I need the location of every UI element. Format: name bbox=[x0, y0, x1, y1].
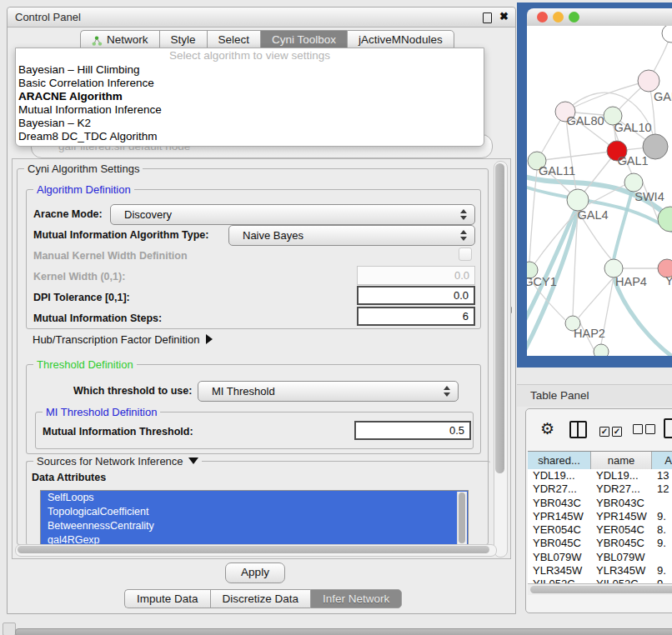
algorithm-option[interactable]: Dream8 DC_TDC Algorithm bbox=[16, 130, 484, 143]
table-cell: YDR27... bbox=[528, 482, 591, 496]
attribute-option[interactable]: TopologicalCoefficient bbox=[41, 505, 468, 519]
table-row[interactable]: YDR27...YDR27...12 bbox=[528, 482, 672, 496]
mi-threshold-title: MI Threshold Definition bbox=[43, 406, 160, 418]
table-toolbar: ⚙ ✓✓ bbox=[526, 409, 672, 449]
algorithm-option[interactable]: Bayesian – Hill Climbing bbox=[16, 63, 484, 77]
aracne-mode-select[interactable]: Discovery bbox=[110, 204, 475, 225]
gear-icon[interactable]: ⚙ bbox=[540, 419, 554, 438]
float-window-icon[interactable] bbox=[483, 12, 492, 23]
table-cell: YIL052C bbox=[591, 578, 652, 583]
attribute-option[interactable]: BetweennessCentrality bbox=[41, 519, 468, 533]
control-panel-title: Control Panel bbox=[15, 11, 81, 23]
zoom-traffic-light-icon[interactable] bbox=[569, 12, 579, 22]
list-scrollbar[interactable] bbox=[457, 492, 467, 545]
table-body: YDL19...YDL19...13YDR27...YDR27...12YBR0… bbox=[528, 469, 672, 583]
network-node-gal[interactable] bbox=[638, 70, 659, 92]
tab-select[interactable]: Select bbox=[207, 30, 261, 49]
tab-discretize-data[interactable]: Discretize Data bbox=[210, 589, 311, 608]
table-panel: ⚙ ✓✓ shared...nameA YDL19...YDL19...13YD… bbox=[525, 408, 672, 613]
network-window-titlebar[interactable] bbox=[527, 8, 672, 27]
tab-label: Style bbox=[171, 31, 196, 48]
close-traffic-light-icon[interactable] bbox=[537, 12, 548, 22]
algorithm-option[interactable]: Mutual Information Inference bbox=[16, 103, 484, 117]
bottom-left-icon[interactable] bbox=[3, 622, 16, 635]
node-label: Y bbox=[665, 274, 672, 288]
hub-definition-expander[interactable]: Hub/Transcription Factor Definition bbox=[33, 333, 213, 346]
table-row[interactable]: YBR043CYBR043C bbox=[528, 497, 672, 510]
algorithm-definition-group: Algorithm Definition Aracne Mode: Discov… bbox=[26, 189, 481, 329]
algorithm-option[interactable]: Basic Correlation Inference bbox=[16, 77, 484, 90]
network-node[interactable] bbox=[594, 344, 609, 356]
table-row[interactable]: YBR045CYBR045C9. bbox=[528, 537, 672, 550]
threshold-definition-group: Threshold Definition Which threshold to … bbox=[26, 364, 481, 454]
algorithm-option[interactable]: Bayesian – K2 bbox=[16, 117, 484, 130]
column-header[interactable]: shared... bbox=[528, 452, 591, 470]
table-horizontal-scrollbar[interactable] bbox=[528, 583, 672, 595]
kernel-width-field[interactable]: 0.0 bbox=[357, 266, 475, 285]
bottom-scrollbar[interactable] bbox=[15, 628, 672, 635]
column-header[interactable]: name bbox=[591, 452, 652, 470]
table-cell: YBR043C bbox=[528, 497, 591, 510]
table-row[interactable]: YPR145WYPR145W9. bbox=[528, 510, 672, 523]
tab-jactivemnodules[interactable]: jActiveMNodules bbox=[347, 30, 454, 49]
table-row[interactable]: YLR345WYLR345W9. bbox=[528, 564, 672, 578]
network-node[interactable] bbox=[662, 26, 672, 42]
tab-cyni-toolbox[interactable]: Cyni Toolbox bbox=[260, 30, 347, 49]
mi-threshold-field[interactable]: 0.5 bbox=[354, 421, 471, 440]
table-cell: 9. bbox=[652, 537, 672, 550]
table-row[interactable]: YBL079WYBL079W bbox=[528, 551, 672, 564]
tab-style[interactable]: Style bbox=[159, 30, 207, 49]
network-edge[interactable] bbox=[537, 151, 617, 161]
column-header[interactable]: A bbox=[652, 452, 672, 470]
network-node-swi4[interactable] bbox=[624, 173, 643, 192]
network-edge[interactable] bbox=[614, 278, 672, 356]
table-cell: YER054C bbox=[591, 523, 652, 537]
table-cell: YDL19... bbox=[528, 469, 591, 482]
manual-kernel-label: Manual Kernel Width Definition bbox=[33, 250, 188, 262]
tab-label: Cyni Toolbox bbox=[272, 31, 336, 48]
split-columns-icon[interactable] bbox=[569, 421, 587, 438]
node-label: GAL1 bbox=[617, 154, 648, 168]
algorithm-option[interactable]: ARACNE Algorithm bbox=[16, 90, 484, 103]
table-row[interactable]: YIL052CYIL052C9. bbox=[528, 578, 672, 583]
table-cell: YIL052C bbox=[528, 578, 591, 583]
cp-bottom-tab-bar: Impute DataDiscretize DataInfer Network bbox=[124, 589, 402, 608]
sources-expander[interactable]: Sources for Network Inference bbox=[33, 455, 202, 468]
manual-kernel-checkbox[interactable] bbox=[459, 248, 472, 261]
desktop: Control Panel ✖ NetworkStyleSelectCyni T… bbox=[0, 0, 672, 635]
table-cell: YER054C bbox=[528, 523, 591, 537]
mi-type-select[interactable]: Naive Bayes bbox=[228, 225, 475, 246]
tab-impute-data[interactable]: Impute Data bbox=[124, 589, 210, 608]
table-row[interactable]: YER054CYER054C8. bbox=[528, 523, 672, 537]
tab-network[interactable]: Network bbox=[80, 30, 159, 49]
aracne-mode-value: Discovery bbox=[124, 208, 172, 221]
dpi-tolerance-field[interactable]: 0.0 bbox=[357, 286, 475, 305]
close-icon[interactable]: ✖ bbox=[499, 10, 509, 22]
network-edge[interactable] bbox=[579, 278, 614, 318]
checked-pair-icon[interactable]: ✓✓ bbox=[599, 422, 624, 438]
table-row[interactable]: YDL19...YDL19...13 bbox=[528, 469, 672, 482]
mi-type-value: Naive Bayes bbox=[243, 229, 303, 242]
document-icon[interactable] bbox=[664, 418, 672, 438]
network-edge[interactable] bbox=[614, 191, 632, 260]
apply-button[interactable]: Apply bbox=[225, 562, 285, 583]
table-cell: 12 bbox=[652, 482, 672, 496]
settings-horizontal-scrollbar[interactable] bbox=[15, 544, 497, 557]
attribute-option[interactable]: SelfLoops bbox=[41, 491, 468, 505]
cp-tab-bar: NetworkStyleSelectCyni ToolboxjActiveMNo… bbox=[80, 30, 454, 49]
node-label: GAL10 bbox=[614, 121, 651, 134]
table-cell: YPR145W bbox=[591, 510, 652, 523]
minimize-traffic-light-icon[interactable] bbox=[553, 12, 564, 22]
network-edge[interactable] bbox=[529, 170, 537, 262]
which-threshold-select[interactable]: MI Threshold bbox=[198, 381, 459, 402]
network-canvas[interactable]: GALGAL80GAL10GAL1GAL11SWI4GAL4GCY1HAP4YH… bbox=[527, 26, 672, 356]
cyni-algorithm-settings-group: Cyni Algorithm Settings Algorithm Defini… bbox=[17, 168, 489, 545]
mi-steps-field[interactable]: 6 bbox=[357, 307, 475, 326]
data-attributes-list[interactable]: SelfLoopsTopologicalCoefficientBetweenne… bbox=[40, 490, 469, 547]
tab-infer-network[interactable]: Infer Network bbox=[310, 589, 402, 608]
unchecked-pair-icon[interactable] bbox=[633, 422, 658, 438]
settings-vertical-scrollbar[interactable] bbox=[494, 161, 508, 558]
table-cell: YLR345W bbox=[528, 564, 591, 578]
table-panel-titlebar[interactable]: Table Panel bbox=[517, 384, 672, 407]
control-panel-titlebar[interactable]: Control Panel ✖ bbox=[8, 8, 515, 28]
